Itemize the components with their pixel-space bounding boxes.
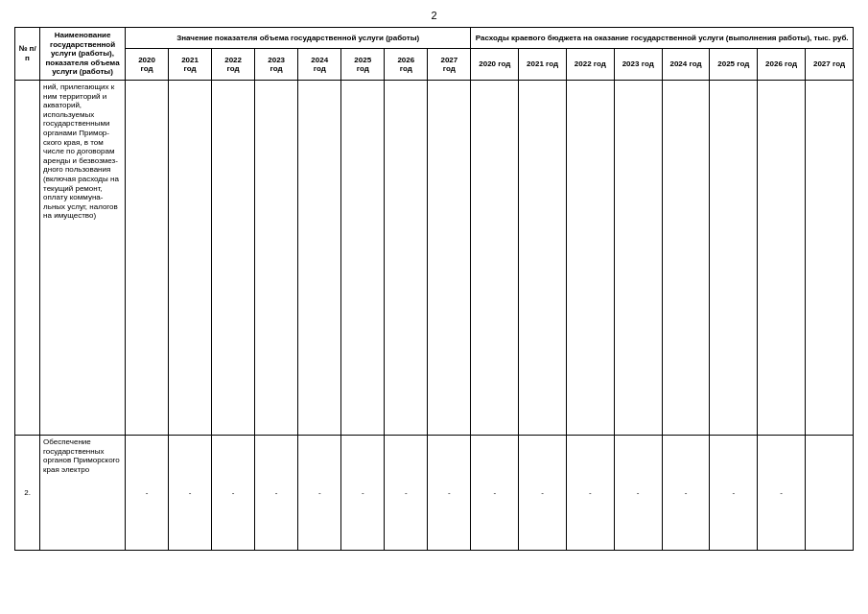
main-table: № п/п Наименование государственной услуг…	[14, 27, 854, 551]
r1-g2-v1	[471, 80, 519, 435]
r1-g1-v6	[341, 80, 385, 435]
table-row-2: 2. Обеспече­ние государст­венных органов…	[15, 435, 854, 550]
r1-g2-v8	[805, 80, 853, 435]
row1-num	[15, 80, 40, 435]
g2-year-2027: 2027 год	[805, 49, 853, 81]
g2-year-2022: 2022 год	[567, 49, 615, 81]
col-name-header: Наименование государственной услуги (раб…	[40, 28, 126, 81]
row1-name: ний, прилегаю­щих к ним территорий и акв…	[40, 80, 126, 435]
r2-g1-v3: -	[212, 435, 255, 550]
r2-g2-v4: -	[614, 435, 662, 550]
r1-g2-v3	[567, 80, 615, 435]
r2-g2-v1: -	[471, 435, 519, 550]
table-row-continuation: ний, прилегаю­щих к ним территорий и акв…	[15, 80, 854, 435]
r2-g1-v4: -	[255, 435, 298, 550]
r1-g2-v6	[710, 80, 758, 435]
g2-year-2026: 2026 год	[758, 49, 806, 81]
g1-year-2020: 2020год	[126, 49, 169, 81]
r2-g1-v8: -	[428, 435, 471, 550]
r2-g2-v8	[805, 435, 853, 550]
r1-g1-v7	[385, 80, 428, 435]
r2-g2-v2: -	[519, 435, 567, 550]
g2-year-2024: 2024 год	[662, 49, 710, 81]
r1-g1-v5	[298, 80, 341, 435]
r1-g1-v4	[255, 80, 298, 435]
g1-year-2025: 2025год	[341, 49, 385, 81]
r1-g2-v2	[519, 80, 567, 435]
header-row-1: № п/п Наименование государственной услуг…	[15, 28, 854, 49]
r2-g2-v6: -	[710, 435, 758, 550]
g1-year-2024: 2024год	[298, 49, 341, 81]
r2-g1-v7: -	[385, 435, 428, 550]
r2-g2-v7: -	[758, 435, 806, 550]
group1-header: Значение показателя объема государственн…	[126, 28, 471, 49]
g2-year-2023: 2023 год	[614, 49, 662, 81]
group2-header: Расходы краевого бюджета на оказание гос…	[471, 28, 854, 49]
r2-g1-v1: -	[126, 435, 169, 550]
r1-g2-v5	[662, 80, 710, 435]
g1-year-2021: 2021год	[169, 49, 212, 81]
col-num-header: № п/п	[15, 28, 40, 81]
r2-g1-v5: -	[298, 435, 341, 550]
r1-g1-v1	[126, 80, 169, 435]
page: 2 № п/п Наи	[0, 0, 868, 614]
r1-g2-v7	[758, 80, 806, 435]
r2-g2-v3: -	[567, 435, 615, 550]
r2-g2-v5: -	[662, 435, 710, 550]
g1-year-2022: 2022год	[212, 49, 255, 81]
g1-year-2023: 2023год	[255, 49, 298, 81]
r1-g2-v4	[614, 80, 662, 435]
r1-g1-v3	[212, 80, 255, 435]
r2-g1-v2: -	[169, 435, 212, 550]
r1-g1-v2	[169, 80, 212, 435]
page-number: 2	[14, 10, 854, 21]
r2-g1-v6: -	[341, 435, 385, 550]
row2-name: Обеспече­ние государст­венных органов Пр…	[40, 435, 126, 550]
row2-num: 2.	[15, 435, 40, 550]
g2-year-2020: 2020 год	[471, 49, 519, 81]
g1-year-2026: 2026год	[385, 49, 428, 81]
g2-year-2021: 2021 год	[519, 49, 567, 81]
g2-year-2025: 2025 год	[710, 49, 758, 81]
header-row-2: 2020год 2021год 2022год 2023год 2024год …	[15, 49, 854, 81]
g1-year-2027: 2027год	[428, 49, 471, 81]
r1-g1-v8	[428, 80, 471, 435]
